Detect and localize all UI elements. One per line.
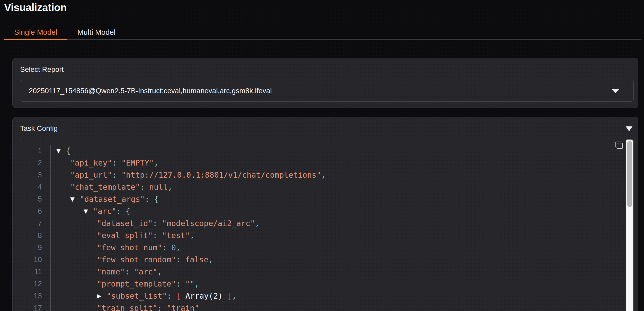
tab-bar: Single Model Multi Model — [4, 25, 641, 40]
json-token: : — [176, 255, 185, 264]
json-token: "api_url" — [70, 170, 112, 179]
json-token: "dataset_args" — [80, 195, 145, 204]
json-token: "chat_template" — [70, 183, 140, 192]
line-number: 11 — [20, 267, 42, 276]
select-report-panel: Select Report 20250117_154856@Qwen2.5-7B… — [12, 58, 638, 108]
task-config-label: Task Config — [20, 124, 58, 133]
json-line: 1▼{ — [20, 145, 626, 157]
scrollbar[interactable] — [626, 140, 633, 311]
json-token: 0 — [171, 243, 176, 252]
json-token: null — [149, 183, 168, 192]
json-token: "" — [185, 279, 194, 288]
json-line: 9"few_shot_num": 0, — [20, 241, 626, 254]
json-token: , — [321, 170, 326, 179]
json-token: false — [185, 255, 208, 264]
line-number: 13 — [20, 292, 42, 300]
json-token: , — [255, 219, 260, 228]
json-token: : — [145, 195, 154, 204]
json-token: , — [194, 279, 199, 288]
tab-multi-model[interactable]: Multi Model — [67, 25, 126, 39]
json-token: "prompt_template" — [97, 279, 176, 288]
task-config-panel: Task Config 1▼{2"api_key": "EMPTY",3"api… — [12, 117, 638, 311]
line-number: 6 — [20, 207, 42, 215]
report-dropdown[interactable]: 20250117_154856@Qwen2.5-7B-Instruct:ceva… — [20, 80, 634, 102]
json-token: : — [153, 219, 162, 228]
json-token: : — [176, 279, 185, 288]
json-token: "few_shot_num" — [97, 243, 162, 252]
json-token: Array(2) — [181, 291, 227, 300]
copy-button[interactable] — [612, 139, 626, 151]
json-token: , — [168, 183, 172, 192]
json-token: "arc" — [134, 267, 157, 276]
json-line: 7"dataset_id": "modelscope/ai2_arc", — [20, 217, 626, 229]
json-token: : — [125, 267, 134, 276]
collapse-toggle-icon[interactable]: ▼ — [70, 196, 80, 202]
json-token: "test" — [162, 231, 190, 240]
collapse-toggle-icon[interactable]: ▼ — [84, 208, 93, 214]
visualization-page: { "page": { "title": "Visualization" }, … — [0, 0, 644, 311]
json-token: , — [190, 231, 194, 240]
json-token: : — [167, 291, 176, 300]
line-number: 1 — [20, 146, 42, 155]
scrollbar-thumb[interactable] — [627, 141, 632, 207]
json-token: "name" — [97, 267, 125, 276]
json-token: : — [112, 158, 121, 167]
json-token: "http://127.0.0.1:8801/v1/chat/completio… — [121, 170, 321, 179]
collapse-panel-icon[interactable] — [626, 126, 632, 131]
line-number: 2 — [20, 159, 42, 167]
line-number: 10 — [20, 255, 42, 264]
json-token: ] — [227, 291, 232, 300]
json-token: "arc" — [93, 207, 116, 216]
line-number: 12 — [20, 280, 42, 288]
json-token: "eval_split" — [97, 231, 153, 240]
report-dropdown-value: 20250117_154856@Qwen2.5-7B-Instruct:ceva… — [29, 87, 272, 95]
json-token: "modelscope/ai2_arc" — [162, 219, 255, 228]
json-token: : — [112, 170, 121, 179]
page-title: Visualization — [4, 0, 67, 15]
json-token: : — [116, 207, 126, 216]
json-line: 5▼"dataset_args": { — [20, 193, 626, 205]
json-token: , — [157, 267, 162, 276]
json-token: "api_key" — [70, 158, 112, 167]
json-token: "train" — [167, 304, 199, 311]
json-line: 17"train_split": "train" — [20, 302, 626, 311]
json-line: 2"api_key": "EMPTY", — [20, 157, 626, 169]
json-token: "train_split" — [97, 304, 157, 311]
json-viewer: 1▼{2"api_key": "EMPTY",3"api_url": "http… — [20, 139, 634, 311]
json-line: 8"eval_split": "test", — [20, 229, 626, 241]
json-line: 10"few_shot_random": false, — [20, 254, 626, 266]
tab-single-model[interactable]: Single Model — [4, 25, 67, 39]
line-number: 9 — [20, 243, 42, 252]
json-line: 3"api_url": "http://127.0.0.1:8801/v1/ch… — [20, 169, 626, 181]
json-line: 4"chat_template": null, — [20, 181, 626, 193]
json-token: "EMPTY" — [121, 158, 154, 167]
json-token: { — [126, 207, 130, 216]
json-token: , — [176, 243, 181, 252]
json-line: 13▶"subset_list": [ Array(2) ], — [20, 290, 626, 302]
select-report-label: Select Report — [20, 65, 64, 74]
json-token: { — [66, 146, 70, 155]
line-number: 3 — [20, 171, 42, 179]
json-token: , — [154, 158, 158, 167]
json-token: "subset_list" — [106, 291, 167, 300]
json-token: : — [153, 231, 162, 240]
json-token: "few_shot_random" — [97, 255, 176, 264]
dropdown-arrow-icon[interactable] — [612, 89, 619, 93]
expand-toggle-icon[interactable]: ▶ — [97, 293, 106, 299]
json-lines: 1▼{2"api_key": "EMPTY",3"api_url": "http… — [20, 139, 626, 311]
json-line: 11"name": "arc", — [20, 266, 626, 278]
json-token: , — [232, 291, 237, 300]
json-token: : — [157, 304, 167, 311]
copy-icon — [615, 141, 623, 149]
json-token: : — [162, 243, 171, 252]
json-token: "dataset_id" — [97, 219, 153, 228]
json-token: [ — [176, 291, 181, 300]
line-number: 17 — [20, 304, 42, 311]
json-line: 6▼"arc": { — [20, 205, 626, 217]
line-number: 5 — [20, 195, 42, 203]
json-token: , — [208, 255, 213, 264]
line-number: 8 — [20, 231, 42, 240]
json-line: 12"prompt_template": "", — [20, 278, 626, 290]
collapse-toggle-icon[interactable]: ▼ — [56, 148, 66, 154]
line-number: 7 — [20, 219, 42, 228]
